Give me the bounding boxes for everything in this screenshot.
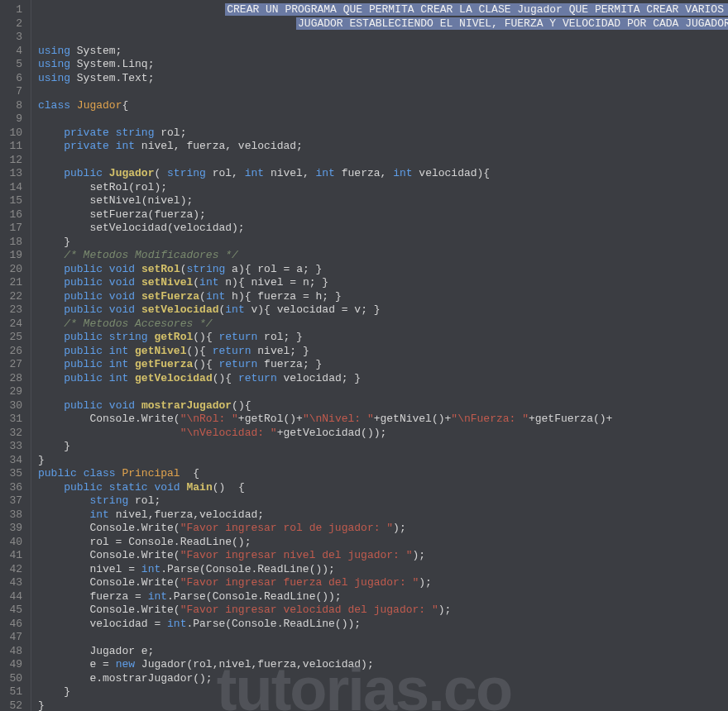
line-number: 10 [7,126,22,141]
code-line[interactable]: public void setRol(string a){ rol = a; } [38,263,728,277]
code-line[interactable] [38,154,728,168]
line-number: 41 [7,549,22,563]
line-number: 28 [7,372,22,386]
line-number: 21 [7,276,22,290]
code-line[interactable]: public static void Main() { [38,481,728,495]
line-number: 29 [7,385,22,399]
line-number: 43 [7,576,22,590]
line-number: 5 [7,58,22,72]
line-number: 40 [7,536,22,550]
line-number: 35 [7,467,22,481]
line-number: 24 [7,317,22,332]
line-number: 1 [7,3,22,17]
code-line[interactable]: } [38,685,728,699]
code-line[interactable] [38,631,728,645]
code-line[interactable]: private string rol; [38,126,728,141]
line-number: 20 [7,263,22,277]
code-line[interactable]: public int getVelocidad(){ return veloci… [38,372,728,386]
line-number: 7 [7,85,22,99]
selected-comment-text[interactable]: CREAR UN PROGRAMA QUE PERMITA CREAR LA C… [225,3,728,16]
code-line[interactable]: } [38,236,728,250]
line-number: 38 [7,508,22,523]
code-line[interactable]: public void setNivel(int n){ nivel = n; … [38,276,728,290]
code-line[interactable]: class Jugador{ [38,99,728,113]
code-line[interactable]: Jugador e; [38,645,728,659]
code-line[interactable]: setNivel(nivel); [38,194,728,208]
code-line[interactable]: public void setFuerza(int h){ fuerza = h… [38,290,728,304]
line-number: 50 [7,672,22,686]
code-line[interactable]: using System.Text; [38,72,728,86]
code-line[interactable]: nivel = int.Parse(Console.ReadLine()); [38,563,728,577]
code-editor[interactable]: 1234567891011121314151617181920212223242… [0,0,728,711]
code-line[interactable]: e.mostrarJugador(); [38,672,728,686]
code-line[interactable]: Console.Write("\nRol: "+getRol()+"\nNive… [38,413,728,427]
code-line[interactable]: public void setVelocidad(int v){ velocid… [38,303,728,317]
code-line[interactable]: CREAR UN PROGRAMA QUE PERMITA CREAR LA C… [38,3,728,17]
line-number: 45 [7,604,22,618]
code-line[interactable]: private int nivel, fuerza, velocidad; [38,140,728,154]
code-line[interactable]: JUGADOR ESTABLECIENDO EL NIVEL, FUERZA Y… [38,17,728,31]
code-line[interactable]: setFuerza(fuerza); [38,208,728,222]
code-line[interactable]: Console.Write("Favor ingresar nivel del … [38,549,728,563]
code-line[interactable]: rol = Console.ReadLine(); [38,536,728,550]
line-number: 23 [7,303,22,317]
code-line[interactable]: public int getFuerza(){ return fuerza; } [38,358,728,372]
line-number: 31 [7,413,22,427]
line-number: 33 [7,440,22,454]
line-number: 26 [7,345,22,359]
code-line[interactable]: e = new Jugador(rol,nivel,fuerza,velocid… [38,658,728,672]
line-number: 3 [7,31,22,45]
code-line[interactable]: /* Metodos Modificadores */ [38,249,728,263]
line-number: 19 [7,249,22,263]
code-line[interactable]: } [38,454,728,468]
code-line[interactable] [38,385,728,399]
line-number: 6 [7,72,22,86]
code-line[interactable]: } [38,699,728,712]
line-number: 9 [7,112,22,126]
code-line[interactable] [38,31,728,45]
line-number: 44 [7,590,22,604]
code-line[interactable]: } [38,440,728,454]
code-line[interactable]: velocidad = int.Parse(Console.ReadLine()… [38,618,728,632]
code-line[interactable]: public Jugador( string rol, int nivel, i… [38,167,728,181]
code-area[interactable]: CREAR UN PROGRAMA QUE PERMITA CREAR LA C… [31,0,728,711]
line-number: 52 [7,699,22,712]
line-number: 15 [7,194,22,208]
code-line[interactable]: public string getRol(){ return rol; } [38,331,728,345]
line-number: 16 [7,208,22,222]
line-number: 32 [7,427,22,441]
code-line[interactable] [38,85,728,99]
code-line[interactable]: int nivel,fuerza,velocidad; [38,508,728,523]
code-line[interactable]: setVelocidad(velocidad); [38,222,728,236]
code-line[interactable]: /* Metodos Accesores */ [38,317,728,332]
line-number: 22 [7,290,22,304]
line-number: 51 [7,685,22,699]
line-number: 34 [7,454,22,468]
code-line[interactable] [38,112,728,126]
code-line[interactable]: Console.Write("Favor ingresar velocidad … [38,604,728,618]
code-line[interactable]: "\nVelocidad: "+getVelocidad()); [38,427,728,441]
code-line[interactable]: using System.Linq; [38,58,728,72]
line-number: 47 [7,631,22,645]
code-line[interactable]: Console.Write("Favor ingresar rol de jug… [38,522,728,536]
line-number: 46 [7,618,22,632]
code-line[interactable]: public class Principal { [38,467,728,481]
line-number: 39 [7,522,22,536]
code-line[interactable]: public int getNivel(){ return nivel; } [38,345,728,359]
line-number: 13 [7,167,22,181]
line-number: 36 [7,481,22,495]
code-line[interactable]: fuerza = int.Parse(Console.ReadLine()); [38,590,728,604]
code-line[interactable]: public void mostrarJugador(){ [38,399,728,413]
line-number: 30 [7,399,22,413]
code-line[interactable]: setRol(rol); [38,181,728,195]
code-line[interactable]: Console.Write("Favor ingresar fuerza del… [38,576,728,590]
line-number: 27 [7,358,22,372]
line-number-gutter: 1234567891011121314151617181920212223242… [0,0,31,711]
code-line[interactable]: string rol; [38,494,728,508]
code-line[interactable]: using System; [38,45,728,59]
line-number: 11 [7,140,22,154]
line-number: 42 [7,563,22,577]
selected-comment-text[interactable]: JUGADOR ESTABLECIENDO EL NIVEL, FUERZA Y… [296,17,728,30]
line-number: 18 [7,236,22,250]
line-number: 12 [7,154,22,168]
